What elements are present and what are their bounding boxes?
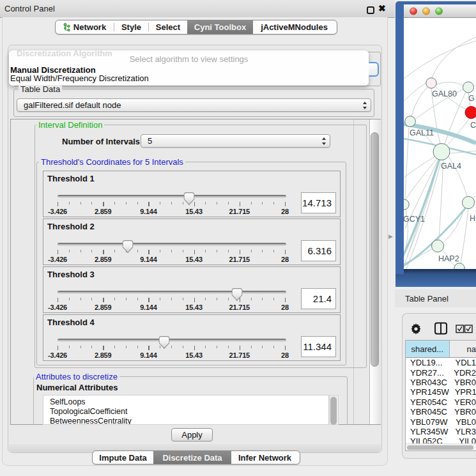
svg-text:HAP2: HAP2: [438, 254, 459, 263]
svg-text:C: C: [470, 121, 476, 130]
svg-text:GAL11: GAL11: [410, 128, 434, 137]
svg-text:GAL4: GAL4: [441, 162, 461, 171]
svg-text:GCY1: GCY1: [404, 215, 425, 224]
svg-text:G: G: [468, 94, 475, 103]
svg-text:H: H: [470, 214, 475, 223]
svg-text:GAL80: GAL80: [432, 89, 457, 98]
